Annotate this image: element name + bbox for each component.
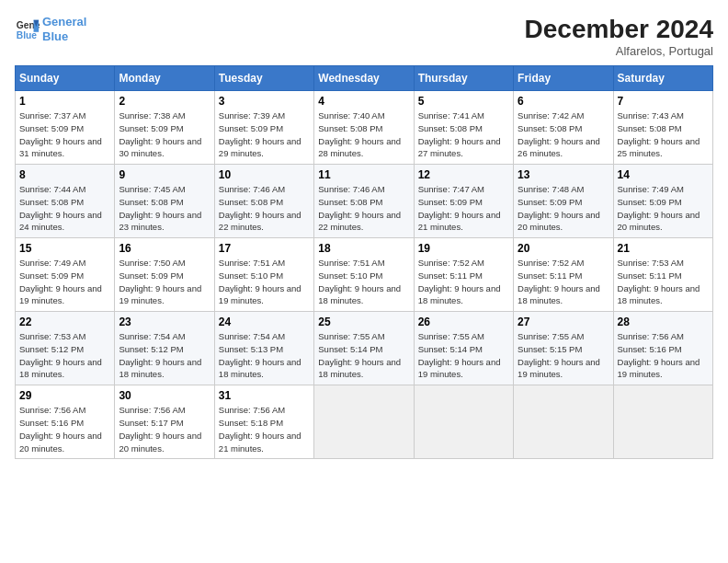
table-row: 18 Sunrise: 7:51 AM Sunset: 5:10 PM Dayl… [314, 238, 414, 312]
daylight-hours: Daylight: 9 hours and 20 minutes. [518, 210, 600, 233]
sunrise-time: Sunrise: 7:52 AM [418, 258, 484, 268]
sunrise-time: Sunrise: 7:43 AM [618, 110, 684, 121]
day-number: 7 [618, 95, 709, 108]
day-info: Sunrise: 7:51 AM Sunset: 5:10 PM Dayligh… [318, 257, 409, 307]
sunset-time: Sunset: 5:16 PM [618, 344, 682, 354]
sunrise-time: Sunrise: 7:38 AM [119, 110, 185, 121]
day-info: Sunrise: 7:47 AM Sunset: 5:09 PM Dayligh… [418, 183, 509, 234]
sunset-time: Sunset: 5:10 PM [318, 270, 382, 281]
daylight-hours: Daylight: 9 hours and 19 minutes. [219, 283, 301, 306]
day-number: 31 [219, 389, 310, 402]
day-number: 5 [418, 95, 509, 108]
table-row: 26 Sunrise: 7:55 AM Sunset: 5:14 PM Dayl… [414, 312, 513, 385]
sunrise-time: Sunrise: 7:53 AM [618, 258, 684, 268]
day-number: 4 [318, 95, 409, 108]
sunrise-time: Sunrise: 7:49 AM [19, 258, 85, 268]
day-number: 27 [518, 316, 609, 328]
table-row [314, 385, 414, 459]
sunrise-time: Sunrise: 7:47 AM [418, 184, 484, 194]
day-number: 6 [518, 95, 609, 108]
calendar-body: 1 Sunrise: 7:37 AM Sunset: 5:09 PM Dayli… [16, 91, 713, 459]
header-sunday: Sunday [16, 66, 115, 91]
sunset-time: Sunset: 5:17 PM [119, 418, 183, 428]
day-number: 10 [219, 168, 310, 181]
day-number: 1 [19, 95, 110, 108]
table-row [514, 385, 613, 459]
table-row: 10 Sunrise: 7:46 AM Sunset: 5:08 PM Dayl… [214, 165, 313, 238]
sunset-time: Sunset: 5:08 PM [318, 123, 382, 133]
daylight-hours: Daylight: 9 hours and 31 minutes. [19, 136, 102, 159]
daylight-hours: Daylight: 9 hours and 18 minutes. [318, 283, 401, 306]
sunrise-time: Sunrise: 7:48 AM [518, 184, 584, 194]
day-info: Sunrise: 7:49 AM Sunset: 5:09 PM Dayligh… [618, 183, 709, 234]
logo-line1: General [42, 15, 86, 29]
sunset-time: Sunset: 5:09 PM [418, 197, 483, 207]
table-row: 12 Sunrise: 7:47 AM Sunset: 5:09 PM Dayl… [414, 165, 513, 238]
table-row [613, 385, 712, 459]
header-tuesday: Tuesday [214, 66, 313, 91]
day-number: 19 [418, 242, 509, 255]
day-number: 14 [618, 168, 709, 181]
table-row: 23 Sunrise: 7:54 AM Sunset: 5:12 PM Dayl… [115, 312, 214, 385]
calendar-week-row: 1 Sunrise: 7:37 AM Sunset: 5:09 PM Dayli… [16, 91, 713, 165]
day-info: Sunrise: 7:51 AM Sunset: 5:10 PM Dayligh… [219, 257, 310, 307]
sunset-time: Sunset: 5:18 PM [219, 418, 283, 428]
day-info: Sunrise: 7:45 AM Sunset: 5:08 PM Dayligh… [119, 183, 210, 234]
sunset-time: Sunset: 5:11 PM [518, 270, 582, 281]
sunset-time: Sunset: 5:09 PM [119, 123, 183, 133]
sunset-time: Sunset: 5:11 PM [618, 270, 682, 281]
day-info: Sunrise: 7:52 AM Sunset: 5:11 PM Dayligh… [418, 257, 509, 307]
daylight-hours: Daylight: 9 hours and 19 minutes. [418, 357, 501, 380]
calendar-week-row: 22 Sunrise: 7:53 AM Sunset: 5:12 PM Dayl… [16, 312, 713, 385]
day-number: 20 [518, 242, 609, 255]
logo-icon: General Blue [15, 17, 40, 42]
daylight-hours: Daylight: 9 hours and 19 minutes. [518, 357, 600, 380]
day-info: Sunrise: 7:55 AM Sunset: 5:15 PM Dayligh… [518, 330, 609, 381]
table-row: 15 Sunrise: 7:49 AM Sunset: 5:09 PM Dayl… [16, 238, 115, 312]
table-row: 1 Sunrise: 7:37 AM Sunset: 5:09 PM Dayli… [16, 91, 115, 165]
day-number: 22 [19, 316, 110, 328]
table-row: 30 Sunrise: 7:56 AM Sunset: 5:17 PM Dayl… [115, 385, 214, 459]
table-row: 6 Sunrise: 7:42 AM Sunset: 5:08 PM Dayli… [514, 91, 613, 165]
day-number: 25 [318, 316, 409, 328]
table-row: 27 Sunrise: 7:55 AM Sunset: 5:15 PM Dayl… [514, 312, 613, 385]
daylight-hours: Daylight: 9 hours and 25 minutes. [618, 136, 700, 159]
sunset-time: Sunset: 5:12 PM [19, 344, 84, 354]
sunset-time: Sunset: 5:08 PM [219, 197, 283, 207]
daylight-hours: Daylight: 9 hours and 19 minutes. [618, 357, 700, 380]
sunset-time: Sunset: 5:08 PM [618, 123, 682, 133]
day-number: 12 [418, 168, 509, 181]
day-info: Sunrise: 7:41 AM Sunset: 5:08 PM Dayligh… [418, 109, 509, 160]
day-number: 16 [119, 242, 210, 255]
sunset-time: Sunset: 5:09 PM [219, 123, 283, 133]
day-info: Sunrise: 7:53 AM Sunset: 5:11 PM Dayligh… [618, 257, 709, 307]
table-row: 4 Sunrise: 7:40 AM Sunset: 5:08 PM Dayli… [314, 91, 414, 165]
table-row: 11 Sunrise: 7:46 AM Sunset: 5:08 PM Dayl… [314, 165, 414, 238]
day-info: Sunrise: 7:55 AM Sunset: 5:14 PM Dayligh… [418, 330, 509, 381]
weekday-header-row: Sunday Monday Tuesday Wednesday Thursday… [16, 66, 713, 91]
calendar-table: Sunday Monday Tuesday Wednesday Thursday… [15, 65, 713, 459]
day-number: 13 [518, 168, 609, 181]
daylight-hours: Daylight: 9 hours and 21 minutes. [219, 431, 301, 454]
day-info: Sunrise: 7:43 AM Sunset: 5:08 PM Dayligh… [618, 109, 709, 160]
day-info: Sunrise: 7:55 AM Sunset: 5:14 PM Dayligh… [318, 330, 409, 381]
day-info: Sunrise: 7:49 AM Sunset: 5:09 PM Dayligh… [19, 257, 110, 307]
sunrise-time: Sunrise: 7:39 AM [219, 110, 285, 121]
sunrise-time: Sunrise: 7:56 AM [618, 331, 684, 341]
logo: General Blue General Blue [15, 15, 86, 43]
day-number: 15 [19, 242, 110, 255]
daylight-hours: Daylight: 9 hours and 21 minutes. [418, 210, 501, 233]
table-row: 31 Sunrise: 7:56 AM Sunset: 5:18 PM Dayl… [214, 385, 313, 459]
sunrise-time: Sunrise: 7:55 AM [418, 331, 484, 341]
day-info: Sunrise: 7:56 AM Sunset: 5:16 PM Dayligh… [19, 404, 110, 454]
table-row: 5 Sunrise: 7:41 AM Sunset: 5:08 PM Dayli… [414, 91, 513, 165]
sunrise-time: Sunrise: 7:40 AM [318, 110, 384, 121]
calendar-week-row: 29 Sunrise: 7:56 AM Sunset: 5:16 PM Dayl… [16, 385, 713, 459]
table-row: 20 Sunrise: 7:52 AM Sunset: 5:11 PM Dayl… [514, 238, 613, 312]
day-number: 17 [219, 242, 310, 255]
day-info: Sunrise: 7:39 AM Sunset: 5:09 PM Dayligh… [219, 109, 310, 160]
sunrise-time: Sunrise: 7:50 AM [119, 258, 185, 268]
sunrise-time: Sunrise: 7:44 AM [19, 184, 85, 194]
day-number: 2 [119, 95, 210, 108]
day-number: 21 [618, 242, 709, 255]
